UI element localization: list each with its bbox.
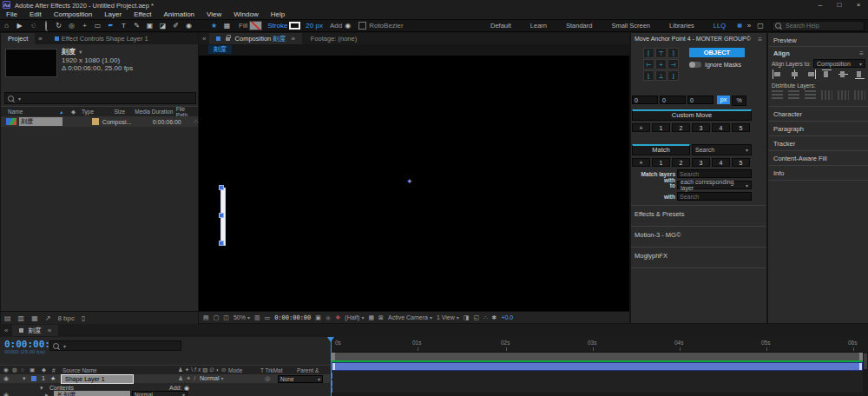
panel-paragraph[interactable]: Paragraph bbox=[773, 125, 804, 133]
menu-layer[interactable]: Layer bbox=[98, 10, 128, 19]
to-layer-select[interactable]: each corresponding layer▾ bbox=[677, 181, 752, 189]
transparency-grid-icon[interactable]: ⊠ bbox=[378, 314, 384, 321]
tab-project[interactable]: Project bbox=[1, 33, 35, 44]
workspace-grid-icon[interactable]: ▦ bbox=[735, 20, 744, 31]
custom-move-button[interactable]: Custom Move bbox=[632, 109, 752, 121]
parent-pickwhip-icon[interactable]: ◎ bbox=[265, 375, 270, 382]
always-preview-icon[interactable]: ▤ bbox=[203, 314, 209, 321]
match-5-button[interactable]: 5 bbox=[732, 158, 750, 167]
trkmat-col-header[interactable]: T TrkMat bbox=[260, 367, 283, 373]
match-1-button[interactable]: 1 bbox=[652, 158, 670, 167]
panel-info[interactable]: Info bbox=[773, 169, 785, 177]
region-of-interest-icon[interactable]: ▭ bbox=[265, 314, 271, 321]
eraser-tool-icon[interactable]: ◪ bbox=[156, 20, 169, 31]
rulers-icon[interactable]: ▥ bbox=[254, 314, 260, 321]
exposure-value[interactable]: +0.0 bbox=[501, 314, 513, 320]
roto-brush-tool-icon[interactable]: ✐ bbox=[169, 20, 182, 31]
menu-help[interactable]: Help bbox=[265, 10, 291, 19]
layer-row-shape-layer-1[interactable]: ◉ ▾ 1 ★ Shape Layer 1 ♟✦/ Normal▾ ◎ None… bbox=[0, 374, 330, 383]
shape-tool-icon[interactable]: ▭ bbox=[91, 20, 104, 31]
group-visibility-icon[interactable]: ◉ bbox=[3, 392, 9, 396]
workspace-standard[interactable]: Standard bbox=[566, 22, 592, 30]
layer-expander-icon[interactable]: ▾ bbox=[23, 375, 26, 382]
tab-effect-controls[interactable]: Effect Controls Shape Layer 1 bbox=[46, 35, 157, 43]
align-top-icon[interactable] bbox=[820, 69, 832, 79]
timeline-vertical-scrollbar[interactable] bbox=[863, 352, 868, 396]
match-layers-input[interactable] bbox=[677, 169, 752, 178]
rotate-tool-icon[interactable]: ↻ bbox=[52, 20, 65, 31]
puppet-pin-tool-icon[interactable]: ◉ bbox=[182, 20, 195, 31]
shape-group-row[interactable]: ◉ ▸ 长刻度 Normal▾ bbox=[0, 391, 330, 396]
channels-icon[interactable]: ❖ bbox=[335, 314, 340, 321]
with-input[interactable] bbox=[677, 192, 752, 201]
label-color-swatch[interactable] bbox=[92, 118, 99, 125]
sort-arrow-icon[interactable]: ▲ bbox=[59, 109, 71, 115]
distribute-center-h-icon[interactable] bbox=[838, 90, 849, 100]
trash-icon[interactable]: ▯ bbox=[82, 314, 85, 322]
anchor-z-input[interactable] bbox=[687, 96, 713, 104]
anchor-mid-left-button[interactable]: ⊢ bbox=[643, 59, 654, 69]
magnification-icon[interactable]: ◫ bbox=[223, 314, 229, 321]
col-name[interactable]: Name bbox=[8, 109, 59, 115]
zoom-tool-icon[interactable] bbox=[39, 20, 52, 31]
clone-stamp-tool-icon[interactable]: ▣ bbox=[143, 20, 156, 31]
index-col-header[interactable]: # bbox=[52, 367, 56, 373]
more-workspaces-icon[interactable]: » bbox=[744, 20, 754, 31]
motion-blur-star-icon[interactable]: ★ bbox=[207, 20, 220, 31]
timeline-tab-menu-icon[interactable]: ≡ bbox=[48, 327, 51, 334]
anchor-point-icon[interactable]: ✦ bbox=[406, 177, 413, 186]
menu-animation[interactable]: Animation bbox=[157, 10, 201, 19]
timeline-horizontal-scrollbar[interactable] bbox=[331, 393, 862, 396]
shape-handle-middle[interactable] bbox=[219, 213, 224, 218]
close-button-icon[interactable]: × bbox=[849, 0, 868, 10]
zoom-level-dropdown[interactable]: 50%▾ bbox=[233, 314, 250, 320]
layer-visibility-icon[interactable]: ◉ bbox=[3, 375, 9, 382]
playhead[interactable] bbox=[331, 337, 332, 396]
help-search-box[interactable] bbox=[772, 21, 865, 31]
project-search-box[interactable]: ▾ bbox=[4, 92, 196, 104]
anchor-y-input[interactable] bbox=[660, 96, 686, 104]
layer-duration-bar[interactable] bbox=[332, 362, 863, 371]
custom-move-plus-button[interactable]: + bbox=[632, 123, 650, 132]
col-type[interactable]: Type bbox=[82, 109, 115, 115]
fill-swatch[interactable] bbox=[249, 21, 262, 30]
workspace-small-screen[interactable]: Small Screen bbox=[611, 22, 650, 30]
project-row-composition[interactable]: 刻度 Composi... 0:00:06:00 ∴ bbox=[1, 116, 198, 127]
panel-collapse-icon[interactable]: « bbox=[199, 35, 209, 43]
anchor-center-button[interactable]: + bbox=[655, 59, 667, 69]
workspace-libraries[interactable]: Libraries bbox=[669, 22, 694, 30]
bpc-label[interactable]: 8 bpc bbox=[57, 314, 75, 322]
tab-composition[interactable]: Composition 刻度 ≡ bbox=[209, 33, 301, 45]
mask-visibility-icon[interactable]: ▦ bbox=[220, 20, 233, 31]
match-2-button[interactable]: 2 bbox=[672, 158, 690, 167]
timeline-collapse-icon[interactable]: « bbox=[0, 327, 12, 334]
type-tool-icon[interactable]: T bbox=[117, 20, 130, 31]
fast-previews-icon[interactable]: ▦ bbox=[368, 314, 374, 321]
anchor-bottom-center-button[interactable]: ⊥ bbox=[655, 70, 667, 81]
anchor-mid-right-button[interactable]: ⊣ bbox=[667, 59, 679, 69]
object-button[interactable]: OBJECT bbox=[689, 48, 745, 57]
match-button[interactable]: Match bbox=[632, 144, 690, 155]
align-center-vertical-icon[interactable] bbox=[837, 69, 849, 79]
playhead-head[interactable] bbox=[327, 337, 334, 342]
anchor-top-right-button[interactable]: ⌉ bbox=[667, 48, 679, 58]
timeline-jump-icon[interactable]: ◱ bbox=[473, 314, 479, 321]
new-composition-icon[interactable]: ▦ bbox=[31, 314, 38, 322]
menu-effect[interactable]: Effect bbox=[128, 10, 157, 19]
stroke-swatch[interactable] bbox=[289, 22, 300, 30]
time-ruler[interactable]: 0s 01s 02s 03s 04s 05s 06s bbox=[331, 337, 868, 353]
panel-menu-icon[interactable]: ≡ bbox=[35, 33, 45, 44]
panel-moglyphfx[interactable]: MoglyphFX bbox=[635, 252, 667, 260]
timeline-tab[interactable]: 刻度 ≡ bbox=[12, 325, 58, 336]
main-display-icon[interactable]: ▢ bbox=[214, 314, 220, 321]
distribute-center-v-icon[interactable] bbox=[788, 90, 799, 100]
menu-edit[interactable]: Edit bbox=[23, 10, 48, 19]
tab-footage[interactable]: Footage: (none) bbox=[302, 35, 365, 43]
workspace-default[interactable]: Default bbox=[490, 22, 511, 30]
source-name-col-header[interactable]: Source Name bbox=[62, 367, 97, 373]
rotobezier-checkbox[interactable] bbox=[358, 22, 366, 30]
add-menu-icon[interactable]: ◉ bbox=[344, 20, 352, 31]
align-target-select[interactable]: Composition▾ bbox=[813, 59, 865, 68]
hand-tool-icon[interactable]: ☜ bbox=[26, 20, 39, 31]
layer-parent-dropdown[interactable]: None▾ bbox=[278, 375, 323, 383]
